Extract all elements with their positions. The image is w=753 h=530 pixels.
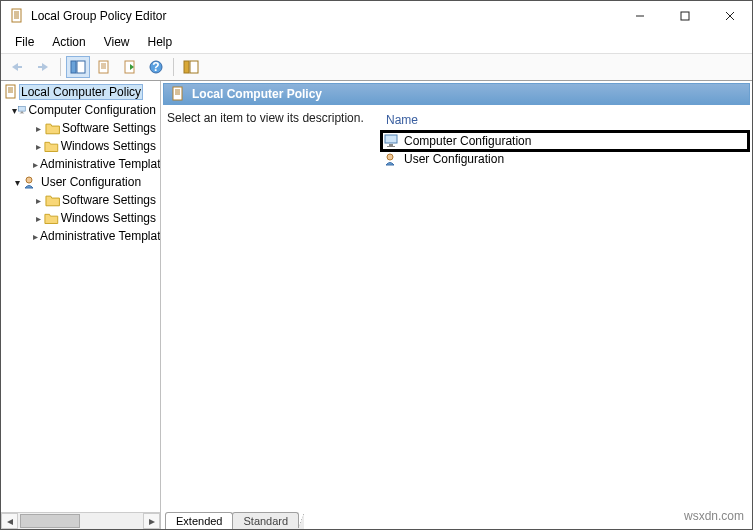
toolbar: ? (1, 53, 752, 81)
svg-rect-26 (18, 107, 25, 111)
svg-rect-35 (389, 144, 393, 146)
close-button[interactable] (707, 1, 752, 31)
description-text: Select an item to view its description. (167, 111, 364, 125)
tree-label: Software Settings (60, 192, 158, 208)
list-item-label: Computer Configuration (404, 134, 531, 148)
maximize-button[interactable] (662, 1, 707, 31)
tree-uc-admin[interactable]: ▸ Administrative Templates (1, 227, 160, 245)
tree-root[interactable]: Local Computer Policy (1, 83, 160, 101)
svg-rect-36 (387, 146, 395, 147)
filter-button[interactable] (179, 56, 203, 78)
export-icon (123, 60, 137, 74)
folder-icon (44, 139, 59, 153)
policy-icon (170, 86, 186, 102)
user-icon (384, 152, 400, 166)
menu-help[interactable]: Help (140, 33, 181, 51)
folder-icon (45, 193, 60, 207)
minimize-button[interactable] (617, 1, 662, 31)
svg-text:?: ? (152, 60, 159, 74)
tree-label: Windows Settings (59, 210, 158, 226)
titlebar: Local Group Policy Editor (1, 1, 752, 31)
tree-label: Computer Configuration (27, 102, 158, 118)
window-controls (617, 1, 752, 31)
tree-label: Software Settings (60, 120, 158, 136)
caret-down-icon[interactable]: ▾ (11, 177, 23, 188)
scroll-track[interactable] (18, 513, 143, 529)
arrow-right-icon (35, 61, 51, 73)
detail-tabs: Extended Standard (161, 508, 752, 529)
tab-extended[interactable]: Extended (165, 512, 233, 529)
filter-icon (183, 60, 199, 74)
help-icon: ? (149, 60, 163, 74)
arrow-left-icon (9, 61, 25, 73)
svg-rect-21 (190, 61, 198, 73)
tree-view[interactable]: Local Computer Policy ▾ Computer Configu… (1, 81, 160, 512)
computer-icon (384, 134, 400, 148)
svg-rect-20 (184, 61, 189, 73)
close-icon (725, 11, 735, 21)
detail-pane: Local Computer Policy Select an item to … (161, 81, 752, 529)
menubar: File Action View Help (1, 31, 752, 53)
tree-hscrollbar[interactable]: ◂ ▸ (1, 512, 160, 529)
scroll-left-icon[interactable]: ◂ (1, 513, 18, 529)
toolbar-separator (173, 58, 174, 76)
svg-rect-28 (19, 113, 23, 114)
tree-computer-config[interactable]: ▾ Computer Configuration (1, 101, 160, 119)
tree-root-label: Local Computer Policy (19, 84, 143, 100)
caret-right-icon[interactable]: ▸ (33, 195, 45, 206)
scroll-thumb[interactable] (20, 514, 80, 528)
svg-rect-10 (38, 66, 43, 68)
app-window: Local Group Policy Editor File Action Vi… (0, 0, 753, 530)
show-tree-button[interactable] (66, 56, 90, 78)
tree-cc-software[interactable]: ▸ Software Settings (1, 119, 160, 137)
tree-label: Administrative Templates (38, 156, 160, 172)
svg-rect-11 (71, 61, 76, 73)
menu-action[interactable]: Action (44, 33, 93, 51)
properties-icon (97, 60, 111, 74)
tree-uc-software[interactable]: ▸ Software Settings (1, 191, 160, 209)
list-item-user-config[interactable]: User Configuration (382, 150, 748, 168)
folder-icon (45, 121, 60, 135)
tab-standard[interactable]: Standard (232, 512, 299, 529)
svg-rect-27 (20, 112, 22, 113)
tree-pane: Local Computer Policy ▾ Computer Configu… (1, 81, 161, 529)
description-column: Select an item to view its description. (167, 111, 372, 508)
nav-back-button[interactable] (5, 56, 29, 78)
toolbar-separator (60, 58, 61, 76)
nav-forward-button[interactable] (31, 56, 55, 78)
window-title: Local Group Policy Editor (31, 9, 166, 23)
svg-rect-9 (17, 66, 22, 68)
menu-view[interactable]: View (96, 33, 138, 51)
help-button[interactable]: ? (144, 56, 168, 78)
detail-body: Select an item to view its description. … (161, 105, 752, 508)
list-column: Name Computer Configuration User Configu… (382, 111, 748, 508)
folder-icon (44, 211, 59, 225)
watermark: wsxdn.com (684, 509, 744, 523)
tree-uc-windows[interactable]: ▸ Windows Settings (1, 209, 160, 227)
properties-button[interactable] (92, 56, 116, 78)
menu-file[interactable]: File (7, 33, 42, 51)
caret-right-icon[interactable]: ▸ (33, 213, 44, 224)
detail-header: Local Computer Policy (163, 83, 750, 105)
list-item-computer-config[interactable]: Computer Configuration (382, 132, 748, 150)
svg-rect-6 (681, 12, 689, 20)
tree-cc-admin[interactable]: ▸ Administrative Templates (1, 155, 160, 173)
tree-user-config[interactable]: ▾ User Configuration (1, 173, 160, 191)
caret-down-icon[interactable]: ▾ (11, 105, 18, 116)
svg-point-29 (26, 177, 32, 183)
tree-label: User Configuration (39, 174, 143, 190)
tree-cc-windows[interactable]: ▸ Windows Settings (1, 137, 160, 155)
list-header-name[interactable]: Name (382, 111, 748, 132)
show-tree-icon (70, 60, 86, 74)
policy-icon (3, 84, 19, 100)
export-button[interactable] (118, 56, 142, 78)
caret-right-icon[interactable]: ▸ (33, 123, 45, 134)
maximize-icon (680, 11, 690, 21)
user-icon (23, 175, 39, 189)
body-area: Local Computer Policy ▾ Computer Configu… (1, 81, 752, 529)
caret-right-icon[interactable]: ▸ (33, 141, 44, 152)
minimize-icon (635, 11, 645, 21)
app-icon (9, 8, 25, 24)
scroll-right-icon[interactable]: ▸ (143, 513, 160, 529)
computer-icon (18, 103, 27, 117)
